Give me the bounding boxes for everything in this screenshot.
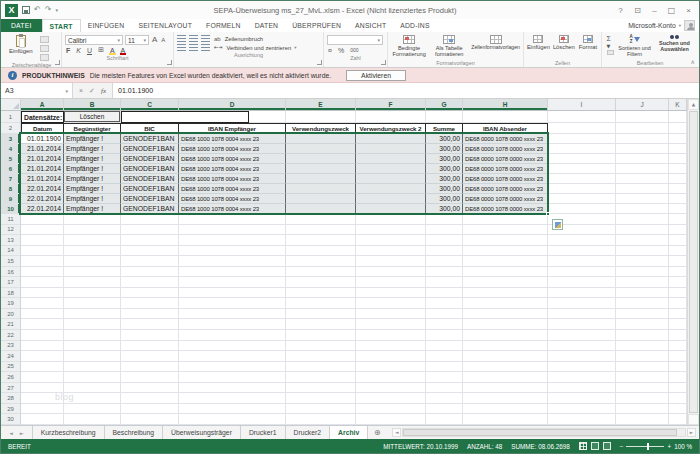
cell-I15[interactable] bbox=[548, 256, 616, 267]
cell-E13[interactable] bbox=[286, 235, 356, 246]
align-right-icon[interactable] bbox=[201, 44, 210, 51]
cell-I3[interactable] bbox=[548, 134, 616, 144]
cell-J11[interactable] bbox=[616, 214, 669, 225]
cell-E30[interactable] bbox=[286, 414, 356, 425]
cell-B5[interactable]: Empfänger ! bbox=[64, 154, 121, 164]
cell-E10[interactable] bbox=[286, 204, 356, 214]
cell-B29[interactable] bbox=[64, 404, 121, 415]
row-header-21[interactable]: 21 bbox=[1, 319, 21, 330]
cell-D9[interactable]: DE68 1000 1078 0004 xxxx 23 bbox=[179, 194, 286, 204]
merge-center-button[interactable]: Verbinden und zentrieren bbox=[226, 45, 291, 51]
row-header-1[interactable]: 1 bbox=[1, 111, 21, 123]
redo-icon[interactable]: ↷ bbox=[45, 6, 52, 14]
cell-B16[interactable] bbox=[64, 267, 121, 278]
cell-B4[interactable]: Empfänger ! bbox=[64, 144, 121, 154]
cell-G13[interactable] bbox=[426, 235, 463, 246]
format-as-table-button[interactable]: Als Tabelle formatieren bbox=[430, 34, 468, 58]
column-header-E[interactable]: E bbox=[286, 99, 356, 110]
cell-G3[interactable]: 300,00 bbox=[426, 134, 463, 144]
collapse-ribbon-icon[interactable]: ∧ bbox=[691, 58, 695, 65]
cell-E24[interactable] bbox=[286, 351, 356, 362]
cell-G1[interactable] bbox=[426, 111, 463, 123]
zoom-in-icon[interactable]: + bbox=[667, 443, 671, 450]
conditional-formatting-button[interactable]: Bedingte Formatierung bbox=[391, 34, 427, 58]
cell-F25[interactable] bbox=[356, 362, 426, 373]
account-menu[interactable]: Microsoft-Konto ▾ bbox=[628, 19, 699, 32]
cell-G24[interactable] bbox=[426, 351, 463, 362]
cell-F20[interactable] bbox=[356, 309, 426, 320]
cell-B12[interactable] bbox=[64, 225, 121, 236]
row-header-20[interactable]: 20 bbox=[1, 309, 21, 320]
cell-C22[interactable] bbox=[121, 330, 179, 341]
formula-input[interactable]: 01.01.1900 bbox=[113, 83, 699, 98]
table-header-8[interactable]: IBAN Absender bbox=[463, 123, 548, 134]
cell-H11[interactable] bbox=[463, 214, 548, 225]
cell-G5[interactable]: 300,00 bbox=[426, 154, 463, 164]
cell-C23[interactable] bbox=[121, 341, 179, 352]
cell-H19[interactable] bbox=[463, 298, 548, 309]
row-header-5[interactable]: 5 bbox=[1, 154, 21, 164]
cell-D15[interactable] bbox=[179, 256, 286, 267]
cell-C4[interactable]: GENODEF1BAN bbox=[121, 144, 179, 154]
cell-J8[interactable] bbox=[616, 184, 669, 194]
cell-C21[interactable] bbox=[121, 319, 179, 330]
activate-button[interactable]: Aktivieren bbox=[346, 70, 406, 81]
add-sheet-icon[interactable]: ⊕ bbox=[368, 426, 386, 439]
cell-F26[interactable] bbox=[356, 372, 426, 383]
cell-J5[interactable] bbox=[616, 154, 669, 164]
cell-I18[interactable] bbox=[548, 288, 616, 299]
font-size-select[interactable]: 11 ▾ bbox=[125, 35, 149, 45]
cell-E11[interactable] bbox=[286, 214, 356, 225]
insert-cells-button[interactable]: Einfügen bbox=[527, 34, 550, 50]
sort-filter-button[interactable]: AZ Sortieren und Filtern bbox=[617, 34, 653, 57]
column-header-G[interactable]: G bbox=[426, 99, 463, 110]
cell-E29[interactable] bbox=[286, 404, 356, 415]
name-box[interactable]: A3 ▾ bbox=[1, 83, 73, 98]
cell-A26[interactable] bbox=[21, 372, 64, 383]
cell-F4[interactable] bbox=[356, 144, 426, 154]
cell-K16[interactable] bbox=[669, 267, 687, 278]
cell-H22[interactable] bbox=[463, 330, 548, 341]
row-header-19[interactable]: 19 bbox=[1, 298, 21, 309]
number-format-select[interactable]: ▾ bbox=[327, 35, 383, 45]
scroll-down-icon[interactable] bbox=[688, 414, 699, 425]
insert-function-icon[interactable]: fx bbox=[101, 87, 106, 95]
ribbon-tab-daten[interactable]: DATEN bbox=[248, 19, 286, 32]
row-header-12[interactable]: 12 bbox=[1, 225, 21, 236]
cell-A14[interactable] bbox=[21, 246, 64, 257]
cell-K26[interactable] bbox=[669, 372, 687, 383]
cell-D20[interactable] bbox=[179, 309, 286, 320]
loeschen-button[interactable]: Löschen bbox=[64, 111, 120, 122]
cell-C24[interactable] bbox=[121, 351, 179, 362]
cell-J29[interactable] bbox=[616, 404, 669, 415]
cell-D8[interactable]: DE68 1000 1078 0004 xxxx 23 bbox=[179, 184, 286, 194]
cell-B14[interactable] bbox=[64, 246, 121, 257]
row-header-22[interactable]: 22 bbox=[1, 330, 21, 341]
cell-H17[interactable] bbox=[463, 277, 548, 288]
cell-H6[interactable]: DE68 0000 1078 0000 xxxx 23 bbox=[463, 164, 548, 174]
row-header-24[interactable]: 24 bbox=[1, 351, 21, 362]
ribbon-tab-seitenlayout[interactable]: SEITENLAYOUT bbox=[131, 19, 199, 32]
cell-F28[interactable] bbox=[356, 393, 426, 404]
find-select-button[interactable]: Suchen und Auswählen bbox=[656, 34, 694, 52]
cell-B20[interactable] bbox=[64, 309, 121, 320]
cell-D4[interactable]: DE68 1000 1078 0004 xxxx 23 bbox=[179, 144, 286, 154]
cell-C17[interactable] bbox=[121, 277, 179, 288]
cell-J4[interactable] bbox=[616, 144, 669, 154]
cell-C29[interactable] bbox=[121, 404, 179, 415]
cell-H3[interactable]: DE68 0000 1078 0000 xxxx 23 bbox=[463, 134, 548, 144]
cell-C8[interactable]: GENODEF1BAN bbox=[121, 184, 179, 194]
ribbon-tab-formeln[interactable]: FORMELN bbox=[199, 19, 248, 32]
cell-G23[interactable] bbox=[426, 341, 463, 352]
cell-E4[interactable] bbox=[286, 144, 356, 154]
cell-K6[interactable] bbox=[669, 164, 687, 174]
cell-I5[interactable] bbox=[548, 154, 616, 164]
maximize-icon[interactable]: □ bbox=[663, 3, 680, 18]
cell-J16[interactable] bbox=[616, 267, 669, 278]
cell-K17[interactable] bbox=[669, 277, 687, 288]
cell-J15[interactable] bbox=[616, 256, 669, 267]
sheet-tab-überweisungsträger[interactable]: Überweisungsträger bbox=[163, 426, 241, 439]
cell-B24[interactable] bbox=[64, 351, 121, 362]
cell-D19[interactable] bbox=[179, 298, 286, 309]
cell-F24[interactable] bbox=[356, 351, 426, 362]
